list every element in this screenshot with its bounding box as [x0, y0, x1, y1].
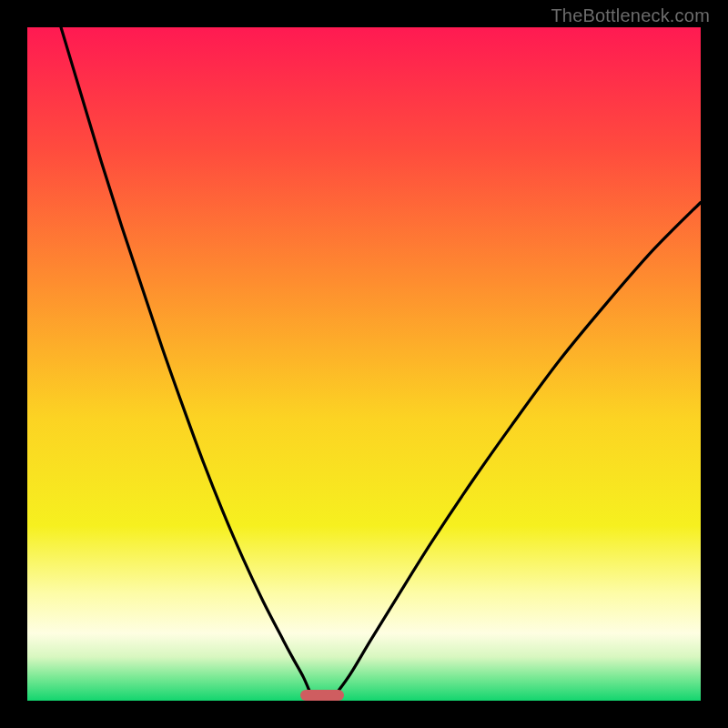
background-gradient	[27, 27, 701, 701]
svg-rect-0	[27, 27, 701, 701]
watermark-text: TheBottleneck.com	[551, 5, 710, 26]
bottleneck-minimum-marker	[300, 690, 344, 701]
plot-area	[27, 27, 701, 701]
